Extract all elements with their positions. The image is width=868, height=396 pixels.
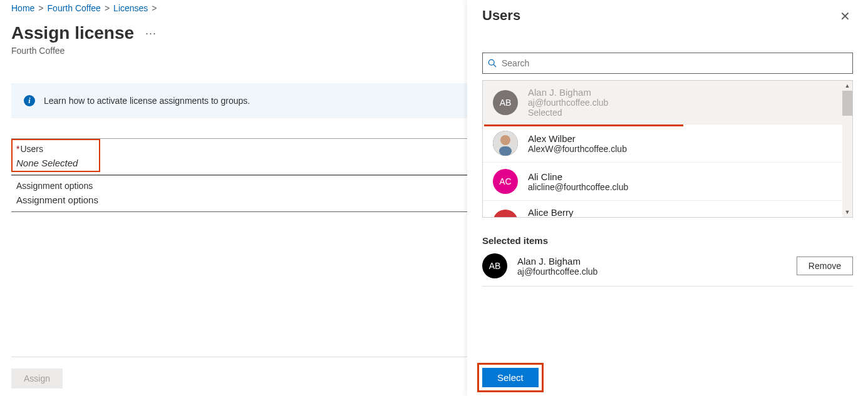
- banner-text: Learn how to activate license assignment…: [44, 96, 250, 106]
- user-row[interactable]: AB Alan J. Bigham aj@fourthcoffee.club S…: [483, 81, 842, 124]
- scroll-up-icon[interactable]: ▲: [842, 81, 852, 91]
- close-icon[interactable]: ✕: [837, 8, 853, 25]
- avatar: AB: [493, 210, 518, 217]
- panel-title: Users: [482, 8, 520, 24]
- scroll-thumb[interactable]: [842, 91, 852, 116]
- user-email: alicline@fourthcoffee.club: [528, 182, 628, 192]
- selected-item: AB Alan J. Bigham aj@fourthcoffee.club R…: [482, 246, 853, 287]
- user-email: AlexW@fourthcoffee.club: [528, 144, 627, 154]
- user-name: Ali Cline: [528, 171, 628, 182]
- field-label-options: Assignment options: [16, 181, 461, 191]
- svg-rect-4: [499, 146, 512, 156]
- avatar: AC: [493, 169, 518, 194]
- breadcrumb-link[interactable]: Home: [11, 3, 34, 13]
- user-status: Selected: [528, 108, 608, 118]
- footer-bar: Assign: [11, 357, 467, 388]
- main-content: Home> Fourth Coffee> Licenses> Assign li…: [0, 0, 467, 396]
- selected-items-header: Selected items: [482, 235, 853, 246]
- user-email: aj@fourthcoffee.club: [528, 98, 608, 108]
- breadcrumb-link[interactable]: Fourth Coffee: [48, 3, 101, 13]
- remove-button[interactable]: Remove: [797, 256, 853, 275]
- user-row[interactable]: AB Alice Berry: [483, 201, 842, 217]
- breadcrumb: Home> Fourth Coffee> Licenses>: [11, 3, 467, 13]
- chevron-right-icon: >: [38, 3, 43, 13]
- user-row[interactable]: AC Ali Cline alicline@fourthcoffee.club: [483, 163, 842, 201]
- svg-point-0: [488, 59, 494, 65]
- field-value-options: Assignment options: [16, 195, 461, 205]
- users-field[interactable]: Users None Selected: [11, 138, 467, 175]
- page-title: Assign license: [11, 23, 134, 43]
- user-list: AB Alan J. Bigham aj@fourthcoffee.club S…: [482, 80, 853, 218]
- page-subtitle: Fourth Coffee: [11, 46, 467, 56]
- info-icon: i: [24, 95, 35, 106]
- svg-point-3: [500, 135, 510, 145]
- assignment-options-field[interactable]: Assignment options Assignment options: [11, 175, 467, 212]
- select-button[interactable]: Select: [482, 368, 539, 387]
- users-panel: Users ✕ AB Alan J. Bigham aj@fourthcoffe…: [467, 0, 868, 396]
- assign-button[interactable]: Assign: [11, 368, 63, 388]
- user-email: aj@fourthcoffee.club: [517, 267, 787, 277]
- search-input-wrap[interactable]: [482, 53, 853, 74]
- user-row[interactable]: Alex Wilber AlexW@fourthcoffee.club: [483, 124, 842, 163]
- user-name: Alice Berry: [528, 207, 574, 217]
- search-input[interactable]: [502, 58, 847, 68]
- info-banner: i Learn how to activate license assignme…: [11, 83, 467, 118]
- user-name: Alex Wilber: [528, 133, 627, 144]
- breadcrumb-link[interactable]: Licenses: [113, 3, 148, 13]
- user-name: Alan J. Bigham: [528, 87, 608, 98]
- avatar: AB: [493, 90, 518, 115]
- scroll-down-icon[interactable]: ▼: [842, 207, 852, 217]
- more-menu-button[interactable]: ···: [145, 27, 157, 40]
- svg-line-1: [493, 64, 496, 67]
- scrollbar[interactable]: ▲ ▼: [842, 81, 852, 217]
- chevron-right-icon: >: [105, 3, 110, 13]
- search-icon: [488, 59, 497, 68]
- chevron-right-icon: >: [152, 3, 157, 13]
- avatar: [493, 131, 518, 156]
- avatar: AB: [482, 253, 507, 278]
- user-name: Alan J. Bigham: [517, 256, 787, 267]
